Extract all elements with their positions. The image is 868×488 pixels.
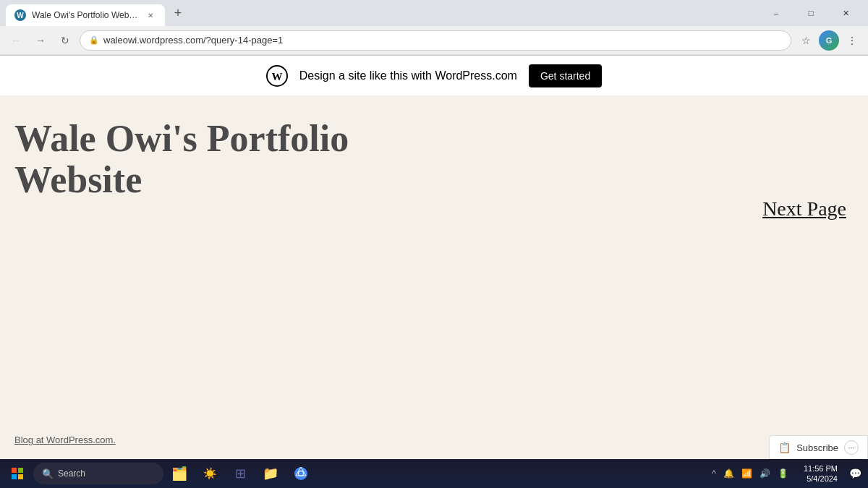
file-explorer-icon: 🗂️ [171,466,187,481]
title-bar: W Wale Owi's Portfolio Website ✕ + – □ ✕ [0,0,868,26]
volume-icon: 🔊 [757,468,773,479]
windows-logo-icon [12,468,23,479]
tab-title: Wale Owi's Portfolio Website [32,10,139,20]
browser-chrome: W Wale Owi's Portfolio Website ✕ + – □ ✕… [0,0,868,56]
toolbar-actions: ☆ G ⋮ [796,30,862,51]
close-button[interactable]: ✕ [829,0,862,26]
clock-time: 11:56 PM [804,463,838,474]
notification-center-button[interactable]: 💬 [845,463,865,484]
system-clock[interactable]: 11:56 PM 5/4/2024 [798,463,843,484]
svg-point-6 [299,471,303,476]
taskbar-app-teams[interactable]: ⊞ [226,459,255,488]
get-started-button[interactable]: Get started [529,64,602,87]
taskbar-app-chrome[interactable] [286,459,315,488]
menu-button[interactable]: ⋮ [842,30,862,51]
notifications-icon: 🔔 [721,468,736,479]
show-hidden-icons[interactable]: ^ [710,468,718,479]
notification-center-icon: 💬 [849,468,861,479]
bookmark-button[interactable]: ☆ [796,30,816,51]
minimize-button[interactable]: – [760,0,793,26]
system-tray: ^ 🔔 📶 🔊 🔋 [710,468,796,479]
address-bar[interactable]: 🔒 waleowi.wordpress.com/?query-14-page=1 [80,30,791,51]
tab-favicon: W [14,9,26,21]
window-controls: – □ ✕ [760,0,862,26]
clock-date: 5/4/2024 [807,474,838,484]
next-page-link[interactable]: Next Page [762,197,846,221]
files-icon: 📁 [263,466,278,481]
wifi-icon: 📶 [739,468,754,479]
browser-toolbar: ← → ↻ 🔒 waleowi.wordpress.com/?query-14-… [0,26,868,55]
back-button[interactable]: ← [6,30,26,51]
active-tab[interactable]: W Wale Owi's Portfolio Website ✕ [6,4,165,26]
wordpress-logo: W [266,65,288,87]
teams-icon: ⊞ [235,466,246,481]
new-tab-button[interactable]: + [168,3,188,23]
taskbar-app-weather[interactable]: ☀️ [195,459,224,488]
subscribe-bar: 📋 Subscribe ··· [769,435,868,460]
weather-icon: ☀️ [203,467,217,480]
wp-tagline: Design a site like this with WordPress.c… [299,69,517,82]
tab-close-button[interactable]: ✕ [145,9,156,21]
windows-taskbar: 🔍 Search 🗂️ ☀️ ⊞ 📁 ^ 🔔 📶 🔊 🔋 11:56 PM 5/… [0,459,868,488]
subscribe-icon: 📋 [778,442,791,453]
start-button[interactable] [3,459,32,488]
svg-text:W: W [271,70,282,82]
taskbar-search[interactable]: 🔍 Search [33,463,163,484]
security-icon: 🔒 [89,35,99,45]
page-content: Wale Owi's Portfolio Website Next Page B… [0,96,868,460]
taskbar-search-text: Search [58,468,85,479]
site-title: Wale Owi's Portfolio Website [14,118,854,200]
url-text: waleowi.wordpress.com/?query-14-page=1 [103,35,782,46]
battery-icon: 🔋 [775,468,791,479]
subscribe-label: Subscribe [796,442,838,453]
taskbar-app-file-explorer[interactable]: 🗂️ [165,459,194,488]
forward-button[interactable]: → [30,30,51,51]
chrome-icon [294,466,308,481]
taskbar-search-icon: 🔍 [42,468,54,479]
blog-footer-link[interactable]: Blog at WordPress.com. [14,435,116,445]
wp-admin-bar: W Design a site like this with WordPress… [0,56,868,96]
reload-button[interactable]: ↻ [55,30,75,51]
maximize-button[interactable]: □ [794,0,827,26]
svg-text:W: W [17,12,24,20]
taskbar-app-files[interactable]: 📁 [256,459,285,488]
subscribe-more-button[interactable]: ··· [844,440,859,455]
profile-avatar[interactable]: G [819,30,839,51]
